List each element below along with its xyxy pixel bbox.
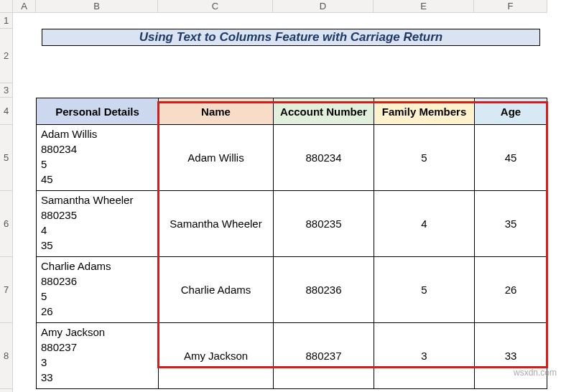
cell-account-3[interactable]: 880236: [273, 257, 374, 323]
row-header-9[interactable]: 9: [0, 389, 13, 392]
cell-family-4[interactable]: 3: [374, 323, 474, 389]
col-header-f[interactable]: F: [474, 0, 547, 13]
select-all-corner[interactable]: [0, 0, 13, 13]
raw-line: 5: [41, 157, 154, 172]
cell-account-2[interactable]: 880235: [273, 191, 374, 257]
header-account[interactable]: Account Number: [273, 98, 374, 125]
row-header-2[interactable]: 2: [0, 29, 13, 83]
row-header-6[interactable]: 6: [0, 191, 13, 257]
raw-line: Charlie Adams: [41, 258, 154, 274]
cell-age-3[interactable]: 26: [474, 257, 547, 323]
raw-line: 5: [41, 289, 154, 304]
row-header-7[interactable]: 7: [0, 257, 13, 323]
col-header-a[interactable]: A: [13, 0, 36, 13]
cell-family-1[interactable]: 5: [374, 125, 474, 191]
col-header-d[interactable]: D: [273, 0, 374, 13]
cell-age-4[interactable]: 33: [474, 323, 547, 389]
cell-account-1[interactable]: 880234: [273, 125, 374, 191]
cell-personal-4[interactable]: Amy Jackson 880237 3 33: [36, 323, 158, 389]
cell-name-3[interactable]: Charlie Adams: [158, 257, 273, 323]
cell-name-2[interactable]: Samantha Wheeler: [158, 191, 273, 257]
raw-line: Amy Jackson: [41, 325, 154, 340]
raw-line: 880235: [41, 207, 154, 223]
cell-family-2[interactable]: 4: [374, 191, 474, 257]
raw-line: 3: [41, 355, 154, 370]
cell-name-1[interactable]: Adam Willis: [158, 125, 273, 191]
row-header-8[interactable]: 8: [0, 323, 13, 389]
raw-line: 35: [41, 238, 154, 253]
header-family[interactable]: Family Members: [374, 98, 474, 125]
page-title[interactable]: Using Text to Columns Feature with Carri…: [42, 29, 540, 46]
cell-personal-2[interactable]: Samantha Wheeler 880235 4 35: [36, 191, 158, 257]
raw-line: 880237: [41, 340, 154, 355]
header-age[interactable]: Age: [474, 98, 547, 125]
watermark: wsxdn.com: [514, 368, 557, 378]
cell-personal-1[interactable]: Adam Willis 880234 5 45: [36, 125, 158, 191]
raw-line: 4: [41, 223, 154, 238]
raw-line: 880236: [41, 274, 154, 289]
row-header-1[interactable]: 1: [0, 13, 13, 29]
cell-age-2[interactable]: 35: [474, 191, 547, 257]
raw-line: Adam Willis: [41, 126, 154, 141]
spreadsheet-grid: A B C D E F 1 2 3 4 5 6 7 8 9 Using Text…: [0, 0, 561, 392]
cell-family-3[interactable]: 5: [374, 257, 474, 323]
header-name[interactable]: Name: [158, 98, 273, 125]
header-personal-details[interactable]: Personal Details: [36, 98, 158, 125]
cell-name-4[interactable]: Amy Jackson: [158, 323, 273, 389]
cell-age-1[interactable]: 45: [474, 125, 547, 191]
cell-personal-3[interactable]: Charlie Adams 880236 5 26: [36, 257, 158, 323]
row-header-3[interactable]: 3: [0, 83, 13, 98]
col-header-e[interactable]: E: [374, 0, 474, 13]
row-header-5[interactable]: 5: [0, 125, 13, 191]
raw-line: 45: [41, 172, 154, 187]
raw-line: Samantha Wheeler: [41, 192, 154, 207]
cell-account-4[interactable]: 880237: [273, 323, 374, 389]
col-header-b[interactable]: B: [36, 0, 158, 13]
row-header-4[interactable]: 4: [0, 98, 13, 125]
raw-line: 26: [41, 304, 154, 319]
raw-line: 880234: [41, 141, 154, 157]
raw-line: 33: [41, 370, 154, 385]
col-header-c[interactable]: C: [158, 0, 273, 13]
